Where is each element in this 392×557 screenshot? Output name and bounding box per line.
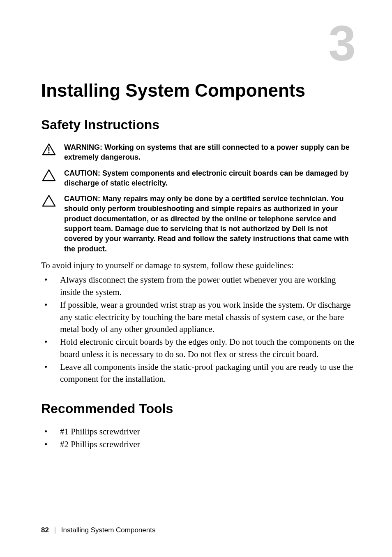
- tool-text: #1 Phillips screwdriver: [60, 425, 140, 439]
- footer-label: Installing System Components: [61, 526, 156, 534]
- footer-divider: |: [54, 526, 56, 534]
- list-item: •If possible, wear a grounded wrist stra…: [41, 299, 355, 335]
- bullet-icon: •: [41, 299, 60, 311]
- bullet-icon: •: [41, 361, 60, 373]
- warning-label: WARNING:: [64, 143, 104, 151]
- warning-text: WARNING: Working on systems that are sti…: [64, 142, 355, 162]
- svg-point-2: [48, 152, 49, 153]
- list-item: •#2 Phillips screwdriver: [41, 438, 355, 451]
- caution-2-body: Many repairs may only be done by a certi…: [64, 195, 349, 253]
- caution-block-1: CAUTION: System components and electroni…: [41, 168, 355, 188]
- caution-1-text: CAUTION: System components and electroni…: [64, 168, 355, 188]
- page-number: 82: [41, 526, 49, 534]
- list-item: •Hold electronic circuit boards by the e…: [41, 336, 355, 360]
- tools-list: •#1 Phillips screwdriver •#2 Phillips sc…: [41, 425, 355, 451]
- guideline-text: If possible, wear a grounded wrist strap…: [60, 299, 355, 335]
- caution-1-body: System components and electronic circuit…: [64, 169, 348, 187]
- bullet-icon: •: [41, 438, 60, 451]
- guideline-text: Leave all components inside the static-p…: [60, 361, 355, 385]
- tool-text: #2 Phillips screwdriver: [60, 438, 140, 451]
- guidelines-list: •Always disconnect the system from the p…: [41, 274, 355, 385]
- page-footer: 82 | Installing System Components: [41, 526, 155, 534]
- section-safety-title: Safety Instructions: [41, 117, 355, 132]
- caution-icon: [41, 194, 57, 207]
- section-tools-title: Recommended Tools: [41, 401, 355, 416]
- warning-block: WARNING: Working on systems that are sti…: [41, 142, 355, 162]
- list-item: •Always disconnect the system from the p…: [41, 274, 355, 298]
- caution-icon: [41, 168, 57, 181]
- bullet-icon: •: [41, 274, 60, 286]
- svg-marker-3: [43, 170, 55, 181]
- chapter-number: 3: [328, 19, 356, 68]
- list-item: •#1 Phillips screwdriver: [41, 425, 355, 439]
- chapter-title: Installing System Components: [41, 80, 355, 101]
- caution-2-label: CAUTION:: [64, 195, 102, 203]
- guideline-text: Always disconnect the system from the po…: [60, 274, 355, 298]
- guidelines-intro: To avoid injury to yourself or damage to…: [41, 260, 355, 272]
- bullet-icon: •: [41, 336, 60, 348]
- caution-2-text: CAUTION: Many repairs may only be done b…: [64, 194, 355, 254]
- list-item: •Leave all components inside the static-…: [41, 361, 355, 385]
- caution-block-2: CAUTION: Many repairs may only be done b…: [41, 194, 355, 254]
- caution-1-label: CAUTION:: [64, 169, 102, 177]
- bullet-icon: •: [41, 425, 60, 439]
- svg-marker-4: [43, 195, 55, 206]
- guideline-text: Hold electronic circuit boards by the ed…: [60, 336, 355, 360]
- warning-body: Working on systems that are still connec…: [64, 143, 350, 161]
- warning-icon: [41, 142, 57, 155]
